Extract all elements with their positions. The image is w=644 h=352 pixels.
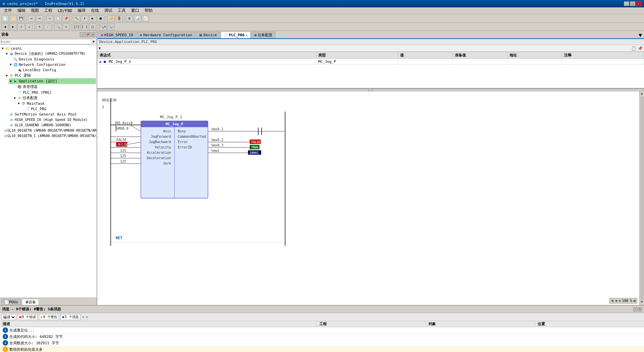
tb2-add-contact[interactable]: |/| bbox=[73, 24, 80, 30]
scroll-thumb[interactable] bbox=[640, 97, 644, 300]
filter-clear-btn[interactable]: × bbox=[82, 315, 84, 319]
tb-download[interactable]: ⬇ bbox=[81, 15, 88, 22]
tree-item-softmotion[interactable]: ⚙ SoftMotion General Axis Pool bbox=[5, 112, 96, 117]
expand-icon[interactable]: ▼ bbox=[1, 47, 5, 50]
tab-pous[interactable]: 📄 POUs bbox=[1, 299, 21, 305]
tb2-down[interactable]: ↓ bbox=[25, 24, 33, 30]
tree-item-root[interactable]: ▼ 📁 ceshi bbox=[1, 46, 96, 51]
search-dropdown-icon[interactable]: ▼ bbox=[92, 40, 95, 43]
scroll-up-button[interactable]: ▲ bbox=[640, 92, 644, 96]
tb-new[interactable]: 📄 bbox=[1, 15, 9, 22]
tree-item-localbus[interactable]: 🔌 LocalBus Config bbox=[13, 67, 96, 73]
tree-item-libmgr[interactable]: 📚 库管理器 bbox=[13, 84, 96, 90]
divider-handle[interactable]: ▲ ▼ bbox=[97, 89, 644, 91]
tb-open[interactable]: 📁 bbox=[9, 15, 17, 22]
panel-close-button[interactable]: × bbox=[91, 32, 95, 37]
tb-graph[interactable]: 📈 bbox=[142, 15, 149, 22]
tab-hwconfig[interactable]: ⚙ Hardware Configuration bbox=[137, 32, 195, 38]
tree-item-network[interactable]: ▼ 🌐 Network Configuration bbox=[9, 62, 96, 67]
tb2-collapse[interactable]: - bbox=[44, 24, 51, 30]
tab-scroll-right[interactable]: ▼ bbox=[637, 32, 643, 38]
tb-logout[interactable]: 🚪 bbox=[115, 15, 123, 22]
tab-highspeedio[interactable]: ⊡ HIGH_SPEED_IO bbox=[98, 32, 136, 38]
menu-project[interactable]: 工程 bbox=[42, 7, 55, 14]
tb2-search[interactable]: 🔍 bbox=[54, 24, 62, 30]
menu-tools[interactable]: 工具 bbox=[115, 7, 128, 14]
tb-build[interactable]: 🔨 bbox=[73, 15, 80, 22]
tb2-zoom-out[interactable]: 🔍- bbox=[107, 24, 115, 30]
tree-item-highspeedio[interactable]: ⊡ HIGH_SPEED_IO (High Speed IO Module) bbox=[5, 117, 96, 122]
row-expand[interactable]: ▶ bbox=[100, 60, 101, 63]
menu-help[interactable]: 帮助 bbox=[142, 7, 155, 14]
tree-item-application[interactable]: ▼ ▶ Application [运行] bbox=[9, 78, 96, 84]
filter-errors-badge[interactable]: ● 0 个错误 bbox=[17, 314, 38, 320]
expand-icon-device[interactable]: ▼ bbox=[5, 52, 9, 55]
table-row[interactable]: ▶ ● MC_Jog_P_1 MC_Jog_P bbox=[98, 59, 644, 65]
msg-close-btn[interactable]: × bbox=[638, 307, 642, 311]
tb2-prev[interactable]: ◀ bbox=[1, 24, 9, 30]
device-search-input[interactable] bbox=[1, 39, 92, 44]
tb-copy[interactable]: 📋 bbox=[54, 15, 62, 22]
tb-undo[interactable]: ↩ bbox=[28, 15, 35, 22]
filter-clear-all-btn[interactable]: × bbox=[86, 315, 88, 319]
msg-float-btn[interactable]: - bbox=[633, 307, 637, 311]
panel-float-button[interactable]: - bbox=[80, 32, 85, 37]
expand-icon-net[interactable]: ▼ bbox=[9, 63, 13, 66]
close-button[interactable]: × bbox=[636, 1, 641, 6]
filter-warnings-badge[interactable]: ● 0 个警告 bbox=[39, 314, 59, 320]
table-icon-2[interactable]: 📌 bbox=[638, 46, 643, 51]
expand-icon-task[interactable]: ▼ bbox=[13, 96, 17, 100]
menu-view[interactable]: 视图 bbox=[28, 7, 42, 14]
tb-stop[interactable]: ■ bbox=[97, 15, 104, 22]
table-collapse-icon[interactable]: ▼ bbox=[99, 46, 101, 50]
menu-online[interactable]: 在线 bbox=[88, 7, 102, 14]
tb2-up[interactable]: ↑ bbox=[17, 24, 25, 30]
expand-icon-maintask[interactable]: ▼ bbox=[17, 102, 21, 105]
tree-item-diagnosis[interactable]: 🔍 Device Diagnosis bbox=[9, 56, 96, 62]
tree-item-plcprg[interactable]: 📄 PLC_PRG (PRG) bbox=[13, 90, 96, 95]
tb-save[interactable]: 💾 bbox=[17, 15, 25, 22]
menu-compile[interactable]: 编译 bbox=[75, 7, 88, 14]
tab-device[interactable]: 🖥 Device bbox=[196, 32, 220, 38]
tab-devices[interactable]: 🖥 设备 bbox=[22, 299, 39, 305]
tab-plcprg-close[interactable]: × bbox=[246, 34, 248, 37]
tab-taskconfig[interactable]: ⊞ 任务配置 bbox=[251, 32, 275, 38]
tree-item-device[interactable]: ▼ 🖥 Device [连接的] (AM402-CPU1608TP/TN) bbox=[5, 51, 96, 56]
minimize-button[interactable]: _ bbox=[624, 1, 629, 6]
tree-item-gl1600end[interactable]: ⊡ GL10_1600END (AM600-1600END) bbox=[5, 122, 96, 128]
tb-login[interactable]: 🔑 bbox=[107, 15, 115, 22]
scroll-bar-right[interactable]: ▲ ▼ bbox=[639, 91, 644, 305]
filter-type-select[interactable]: 编译 bbox=[1, 314, 16, 320]
expand-icon-app[interactable]: ▼ bbox=[9, 80, 13, 83]
tb2-zoom-in[interactable]: 🔍+ bbox=[99, 24, 107, 30]
tb2-expand[interactable]: + bbox=[36, 24, 43, 30]
tb2-add-coil[interactable]: ( ) bbox=[81, 24, 88, 30]
diagram-area[interactable]: 网络注释 1 MC_Jog_P_1 MC_Jog_P bbox=[97, 91, 644, 305]
zoom-icon-plus[interactable]: ⊕ bbox=[615, 299, 618, 303]
scroll-down-button[interactable]: ▼ bbox=[640, 300, 644, 304]
menu-ldfbd[interactable]: LD/FBD bbox=[55, 7, 75, 14]
tb-settings[interactable]: ⚙ bbox=[126, 15, 133, 22]
tb-run[interactable]: ▶ bbox=[89, 15, 96, 22]
tb-redo[interactable]: ↪ bbox=[36, 15, 43, 22]
tree-item-gl0016etn[interactable]: ⊡ GL10_0016ETN (AM600-0016ETP/AM600-0016… bbox=[5, 128, 96, 133]
panel-pin-button[interactable]: 📌 bbox=[85, 32, 90, 37]
maximize-button[interactable]: □ bbox=[630, 1, 635, 6]
menu-edit[interactable]: 编辑 bbox=[15, 7, 28, 14]
tree-item-taskconfig[interactable]: ▼ ⊞ 任务配置 bbox=[13, 95, 96, 101]
menu-debug[interactable]: 调试 bbox=[102, 7, 115, 14]
tree-item-plcprg2[interactable]: 📄 PLC_PRG bbox=[21, 106, 96, 112]
tb-cut[interactable]: ✂ bbox=[46, 15, 54, 22]
tree-item-gl0016etn1[interactable]: ⊡ GL10_0016ETN_1 (AM600-0016ETP/AM600-00… bbox=[5, 133, 96, 138]
filter-messages-badge[interactable]: ● 5 个消息 bbox=[60, 314, 80, 320]
zoom-fit[interactable]: ⊞ bbox=[634, 299, 636, 303]
tb2-replace[interactable]: ↔ bbox=[62, 24, 70, 30]
tb-monitor[interactable]: 📊 bbox=[134, 15, 141, 22]
tree-item-maintask[interactable]: ▼ ⏱ MainTask bbox=[17, 101, 96, 106]
menu-window[interactable]: 窗口 bbox=[128, 7, 142, 14]
table-icon-1[interactable]: 📋 bbox=[631, 46, 636, 51]
tb2-add-block[interactable]: □ bbox=[89, 24, 96, 30]
menu-file[interactable]: 文件 bbox=[1, 7, 15, 14]
zoom-icon-minus[interactable]: ⊖ bbox=[619, 299, 621, 303]
tree-item-plc[interactable]: ▼ ⊞ PLC 逻辑 bbox=[5, 73, 96, 78]
